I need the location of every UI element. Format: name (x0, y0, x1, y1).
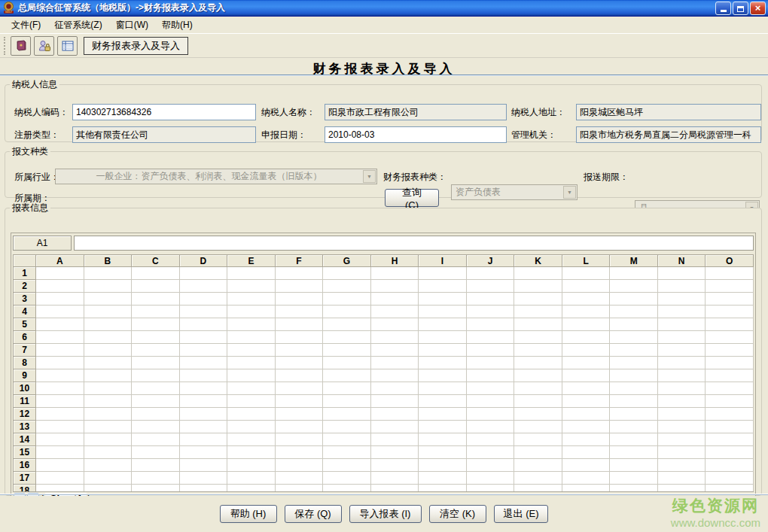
cell-K2[interactable] (514, 280, 562, 293)
cell-E7[interactable] (227, 344, 276, 357)
cell-C12[interactable] (132, 408, 180, 421)
cell-I2[interactable] (419, 280, 467, 293)
cell-O7[interactable] (706, 344, 754, 357)
row-header-8[interactable]: 8 (14, 357, 36, 369)
cell-I12[interactable] (419, 408, 467, 421)
cell-L14[interactable] (562, 433, 610, 446)
cell-A4[interactable] (36, 306, 84, 318)
row-header-9[interactable]: 9 (14, 369, 36, 382)
cell-D12[interactable] (179, 408, 227, 421)
cell-G8[interactable] (323, 357, 371, 369)
cell-H7[interactable] (370, 344, 419, 357)
cell-A15[interactable] (36, 446, 84, 459)
cell-I10[interactable] (419, 382, 467, 395)
cell-O14[interactable] (706, 433, 754, 446)
cell-E3[interactable] (227, 293, 276, 306)
cell-I8[interactable] (419, 357, 467, 369)
column-header-H[interactable]: H (370, 255, 419, 267)
cell-M11[interactable] (610, 395, 658, 408)
cell-M6[interactable] (610, 331, 658, 344)
cell-C7[interactable] (132, 344, 180, 357)
cell-F9[interactable] (275, 369, 323, 382)
cell-C9[interactable] (132, 369, 180, 382)
cell-D7[interactable] (179, 344, 227, 357)
cell-L7[interactable] (562, 344, 610, 357)
cell-D18[interactable] (179, 485, 227, 492)
column-header-F[interactable]: F (275, 255, 323, 267)
taxpayer-name-field[interactable]: 阳泉市政工程有限公司 (325, 104, 507, 120)
register-type-field[interactable]: 其他有限责任公司 (72, 126, 256, 143)
cell-A18[interactable] (36, 485, 84, 492)
cell-G7[interactable] (323, 344, 371, 357)
cell-J6[interactable] (466, 331, 514, 344)
cell-B15[interactable] (84, 446, 132, 459)
cell-F8[interactable] (275, 357, 323, 369)
cell-O11[interactable] (706, 395, 754, 408)
cell-K9[interactable] (514, 369, 562, 382)
row-header-17[interactable]: 17 (14, 472, 36, 485)
row-header-1[interactable]: 1 (14, 267, 36, 280)
cell-M1[interactable] (610, 267, 658, 280)
user-lock-button[interactable] (34, 36, 54, 56)
column-header-N[interactable]: N (657, 255, 706, 267)
cell-H8[interactable] (370, 357, 419, 369)
cell-L12[interactable] (562, 408, 610, 421)
cell-E8[interactable] (227, 357, 276, 369)
cell-F15[interactable] (275, 446, 323, 459)
cell-J8[interactable] (466, 357, 514, 369)
cell-E9[interactable] (227, 369, 276, 382)
cell-I4[interactable] (419, 306, 467, 318)
formula-bar[interactable] (74, 236, 754, 251)
authority-field[interactable]: 阳泉市地方税务局直属二分局税源管理一科 (576, 126, 761, 143)
cell-G18[interactable] (323, 485, 371, 492)
cell-O12[interactable] (706, 408, 754, 421)
cell-G10[interactable] (323, 382, 371, 395)
cell-N12[interactable] (657, 408, 706, 421)
cell-J17[interactable] (466, 472, 514, 485)
cell-A3[interactable] (36, 293, 84, 306)
cell-K15[interactable] (514, 446, 562, 459)
cell-A8[interactable] (36, 357, 84, 369)
cell-B13[interactable] (84, 421, 132, 433)
column-header-O[interactable]: O (706, 255, 754, 267)
cell-F16[interactable] (275, 459, 323, 472)
cell-B6[interactable] (84, 331, 132, 344)
cell-N10[interactable] (657, 382, 706, 395)
cell-B7[interactable] (84, 344, 132, 357)
column-header-J[interactable]: J (466, 255, 514, 267)
cell-N17[interactable] (657, 472, 706, 485)
cell-D3[interactable] (179, 293, 227, 306)
cell-F17[interactable] (275, 472, 323, 485)
cell-M9[interactable] (610, 369, 658, 382)
cell-J5[interactable] (466, 318, 514, 331)
cell-E1[interactable] (227, 267, 276, 280)
cell-H18[interactable] (370, 485, 419, 492)
cell-M2[interactable] (610, 280, 658, 293)
cell-B2[interactable] (84, 280, 132, 293)
cell-A2[interactable] (36, 280, 84, 293)
cell-G13[interactable] (323, 421, 371, 433)
cell-J3[interactable] (466, 293, 514, 306)
declare-date-field[interactable]: 2010-08-03 (325, 126, 507, 143)
row-header-18[interactable]: 18 (14, 485, 36, 492)
cell-N1[interactable] (657, 267, 706, 280)
cell-N15[interactable] (657, 446, 706, 459)
cell-G16[interactable] (323, 459, 371, 472)
cell-L9[interactable] (562, 369, 610, 382)
cell-M8[interactable] (610, 357, 658, 369)
cell-M17[interactable] (610, 472, 658, 485)
cell-B3[interactable] (84, 293, 132, 306)
cell-A13[interactable] (36, 421, 84, 433)
cell-O16[interactable] (706, 459, 754, 472)
cell-H12[interactable] (370, 408, 419, 421)
cell-L3[interactable] (562, 293, 610, 306)
cell-E4[interactable] (227, 306, 276, 318)
cell-H2[interactable] (370, 280, 419, 293)
taxpayer-code-field[interactable]: 140302713684326 (72, 104, 256, 120)
cell-D13[interactable] (179, 421, 227, 433)
cell-H17[interactable] (370, 472, 419, 485)
cell-E15[interactable] (227, 446, 276, 459)
menu-window[interactable]: 窗口(W) (109, 17, 155, 33)
cell-F4[interactable] (275, 306, 323, 318)
help-book-button[interactable] (11, 36, 31, 56)
